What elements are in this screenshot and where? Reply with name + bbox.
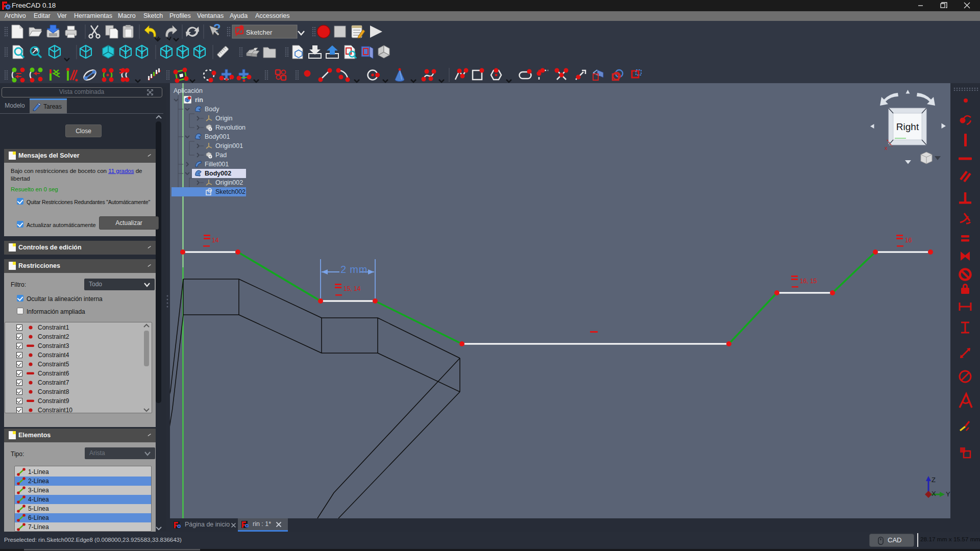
svg-text:x: x	[885, 145, 888, 151]
svg-text:Z: Z	[932, 476, 936, 484]
svg-text:Right: Right	[896, 121, 919, 132]
svg-text:X: X	[932, 490, 936, 497]
svg-text:16, 15: 16, 15	[800, 278, 817, 285]
svg-text:16: 16	[905, 237, 912, 244]
svg-text:Sketcher: Sketcher	[246, 29, 273, 36]
svg-text:Y: Y	[946, 490, 950, 498]
